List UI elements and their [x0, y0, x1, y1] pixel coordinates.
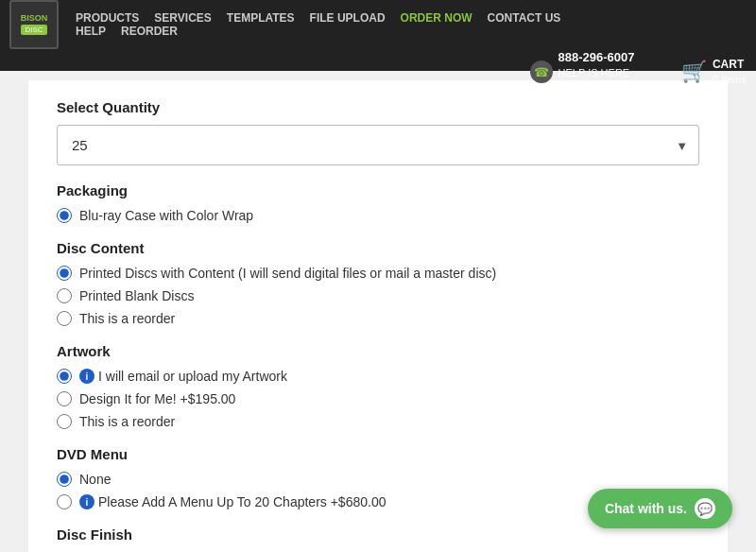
artwork-radio-2[interactable]	[57, 414, 72, 429]
cart-text: CART 0 Items	[713, 57, 747, 87]
disc-content-option-1[interactable]: Printed Blank Discs	[57, 288, 699, 303]
main-content: Select Quantity 25 50 100 200 300 500 Pa…	[28, 80, 728, 552]
artwork-label-2: This is a reorder	[79, 414, 175, 429]
logo-disc-text: DISC	[21, 25, 46, 35]
artwork-option-0[interactable]: i I will email or upload my Artwork	[57, 369, 699, 384]
nav-help[interactable]: HELP	[76, 25, 106, 38]
disc-content-group: Printed Discs with Content (I will send …	[57, 266, 699, 326]
nav-services[interactable]: SERVICES	[154, 11, 211, 25]
dvd-menu-info-icon-1[interactable]: i	[79, 494, 94, 509]
disc-content-radio-0[interactable]	[57, 266, 72, 281]
disc-content-title: Disc Content	[57, 240, 699, 256]
packaging-group: Blu-ray Case with Color Wrap	[57, 208, 699, 223]
header: BISON DISC PRODUCTS SERVICES TEMPLATES F…	[0, 0, 756, 71]
artwork-title: Artwork	[57, 343, 699, 359]
dvd-menu-radio-1[interactable]	[57, 494, 72, 509]
artwork-label-1: Design It for Me! +$195.00	[79, 391, 235, 406]
header-inner: PRODUCTS SERVICES TEMPLATES FILE UPLOAD …	[68, 2, 747, 47]
nav-row1: PRODUCTS SERVICES TEMPLATES FILE UPLOAD …	[68, 2, 747, 25]
cart-area[interactable]: 🛒 CART 0 Items	[681, 57, 747, 87]
chat-label: Chat with us.	[605, 501, 687, 516]
quantity-select-wrapper[interactable]: 25 50 100 200 300 500	[57, 125, 699, 165]
packaging-option-0[interactable]: Blu-ray Case with Color Wrap	[57, 208, 699, 223]
phone-area: ☎ 888-296-6007 HELP IS HERE HABLAMOS ESP…	[530, 49, 667, 95]
nav-order-now[interactable]: ORDER NOW	[401, 11, 472, 25]
quantity-title: Select Quantity	[57, 99, 699, 115]
packaging-label-0: Blu-ray Case with Color Wrap	[79, 208, 253, 223]
disc-content-option-0[interactable]: Printed Discs with Content (I will send …	[57, 266, 699, 281]
cart-label: CART	[713, 57, 747, 73]
logo-bison-text: BISON	[21, 14, 48, 23]
packaging-title: Packaging	[57, 182, 699, 198]
disc-content-label-0: Printed Discs with Content (I will send …	[79, 266, 496, 281]
artwork-info-icon-0[interactable]: i	[79, 369, 94, 384]
nav-row2: HELP REORDER	[68, 25, 747, 47]
artwork-group: i I will email or upload my Artwork Desi…	[57, 369, 699, 429]
phone-number: 888-296-6007	[558, 49, 667, 66]
dvd-menu-label-0: None	[79, 472, 111, 487]
header-right: ☎ 888-296-6007 HELP IS HERE HABLAMOS ESP…	[530, 49, 747, 95]
disc-finish-title: Disc Finish	[57, 526, 699, 543]
artwork-radio-0[interactable]	[57, 369, 72, 384]
disc-content-label-2: This is a reorder	[79, 311, 175, 326]
artwork-radio-1[interactable]	[57, 391, 72, 406]
dvd-menu-label-1: Please Add A Menu Up To 20 Chapters +$68…	[98, 494, 386, 509]
disc-content-option-2[interactable]: This is a reorder	[57, 311, 699, 326]
dvd-menu-radio-0[interactable]	[57, 472, 72, 487]
logo-box: BISON DISC	[9, 0, 59, 49]
logo-area[interactable]: BISON DISC	[9, 0, 59, 49]
nav-products[interactable]: PRODUCTS	[76, 11, 139, 25]
cart-items-count: 0 Items	[713, 73, 747, 87]
dvd-menu-option-0[interactable]: None	[57, 472, 699, 487]
phone-text: 888-296-6007 HELP IS HERE HABLAMOS ESPAÑ…	[558, 49, 667, 95]
nav-reorder[interactable]: REORDER	[121, 25, 178, 38]
spanish-text: HABLAMOS ESPAÑOL	[558, 81, 667, 95]
nav-templates[interactable]: TEMPLATES	[227, 11, 295, 25]
nav-contact-us[interactable]: CONTACT US	[488, 11, 561, 25]
phone-icon: ☎	[530, 60, 553, 83]
disc-content-radio-2[interactable]	[57, 311, 72, 326]
chat-button[interactable]: Chat with us.	[588, 489, 732, 528]
help-text: HELP IS HERE	[558, 66, 667, 80]
cart-icon: 🛒	[681, 60, 707, 84]
chat-bubble-icon	[695, 498, 715, 519]
nav-file-upload[interactable]: FILE UPLOAD	[310, 11, 386, 25]
quantity-select[interactable]: 25 50 100 200 300 500	[57, 125, 699, 165]
disc-content-label-1: Printed Blank Discs	[79, 288, 194, 303]
dvd-menu-title: DVD Menu	[57, 446, 699, 462]
packaging-radio-0[interactable]	[57, 208, 72, 223]
disc-content-radio-1[interactable]	[57, 288, 72, 303]
artwork-option-1[interactable]: Design It for Me! +$195.00	[57, 391, 699, 406]
artwork-option-2[interactable]: This is a reorder	[57, 414, 699, 429]
artwork-label-0: I will email or upload my Artwork	[98, 369, 287, 384]
